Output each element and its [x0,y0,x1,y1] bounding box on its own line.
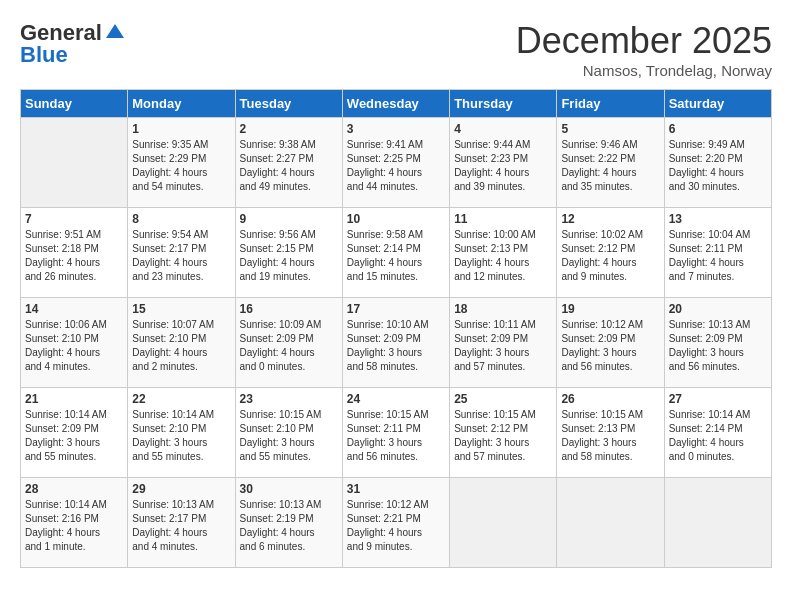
day-info: Sunrise: 10:15 AMSunset: 2:13 PMDaylight… [561,408,659,464]
day-cell: 2Sunrise: 9:38 AMSunset: 2:27 PMDaylight… [235,118,342,208]
day-info: Sunrise: 10:13 AMSunset: 2:17 PMDaylight… [132,498,230,554]
day-number: 5 [561,122,659,136]
day-number: 22 [132,392,230,406]
day-cell: 8Sunrise: 9:54 AMSunset: 2:17 PMDaylight… [128,208,235,298]
day-info: Sunrise: 9:38 AMSunset: 2:27 PMDaylight:… [240,138,338,194]
day-info: Sunrise: 9:41 AMSunset: 2:25 PMDaylight:… [347,138,445,194]
location: Namsos, Trondelag, Norway [516,62,772,79]
day-info: Sunrise: 10:09 AMSunset: 2:09 PMDaylight… [240,318,338,374]
day-number: 6 [669,122,767,136]
day-info: Sunrise: 10:14 AMSunset: 2:10 PMDaylight… [132,408,230,464]
day-info: Sunrise: 10:14 AMSunset: 2:09 PMDaylight… [25,408,123,464]
day-info: Sunrise: 10:15 AMSunset: 2:10 PMDaylight… [240,408,338,464]
week-row-3: 14Sunrise: 10:06 AMSunset: 2:10 PMDaylig… [21,298,772,388]
day-cell: 21Sunrise: 10:14 AMSunset: 2:09 PMDaylig… [21,388,128,478]
day-info: Sunrise: 9:44 AMSunset: 2:23 PMDaylight:… [454,138,552,194]
day-info: Sunrise: 10:02 AMSunset: 2:12 PMDaylight… [561,228,659,284]
week-row-4: 21Sunrise: 10:14 AMSunset: 2:09 PMDaylig… [21,388,772,478]
day-info: Sunrise: 10:15 AMSunset: 2:12 PMDaylight… [454,408,552,464]
calendar-table: Sunday Monday Tuesday Wednesday Thursday… [20,89,772,568]
day-info: Sunrise: 10:13 AMSunset: 2:19 PMDaylight… [240,498,338,554]
day-info: Sunrise: 9:35 AMSunset: 2:29 PMDaylight:… [132,138,230,194]
day-cell: 28Sunrise: 10:14 AMSunset: 2:16 PMDaylig… [21,478,128,568]
header-thursday: Thursday [450,90,557,118]
day-cell: 20Sunrise: 10:13 AMSunset: 2:09 PMDaylig… [664,298,771,388]
day-cell [557,478,664,568]
day-info: Sunrise: 10:00 AMSunset: 2:13 PMDaylight… [454,228,552,284]
day-info: Sunrise: 10:14 AMSunset: 2:14 PMDaylight… [669,408,767,464]
day-number: 4 [454,122,552,136]
day-number: 30 [240,482,338,496]
day-cell [21,118,128,208]
day-cell: 16Sunrise: 10:09 AMSunset: 2:09 PMDaylig… [235,298,342,388]
day-number: 21 [25,392,123,406]
logo: General Blue [20,20,126,68]
day-info: Sunrise: 9:54 AMSunset: 2:17 PMDaylight:… [132,228,230,284]
week-row-1: 1Sunrise: 9:35 AMSunset: 2:29 PMDaylight… [21,118,772,208]
day-info: Sunrise: 9:46 AMSunset: 2:22 PMDaylight:… [561,138,659,194]
day-cell [450,478,557,568]
header-saturday: Saturday [664,90,771,118]
day-cell: 4Sunrise: 9:44 AMSunset: 2:23 PMDaylight… [450,118,557,208]
day-cell: 26Sunrise: 10:15 AMSunset: 2:13 PMDaylig… [557,388,664,478]
day-info: Sunrise: 9:49 AMSunset: 2:20 PMDaylight:… [669,138,767,194]
day-number: 13 [669,212,767,226]
day-number: 3 [347,122,445,136]
day-cell: 30Sunrise: 10:13 AMSunset: 2:19 PMDaylig… [235,478,342,568]
day-number: 15 [132,302,230,316]
day-info: Sunrise: 10:12 AMSunset: 2:21 PMDaylight… [347,498,445,554]
day-cell: 7Sunrise: 9:51 AMSunset: 2:18 PMDaylight… [21,208,128,298]
day-info: Sunrise: 10:06 AMSunset: 2:10 PMDaylight… [25,318,123,374]
logo-icon [104,20,126,42]
day-cell: 31Sunrise: 10:12 AMSunset: 2:21 PMDaylig… [342,478,449,568]
day-cell: 11Sunrise: 10:00 AMSunset: 2:13 PMDaylig… [450,208,557,298]
day-cell: 22Sunrise: 10:14 AMSunset: 2:10 PMDaylig… [128,388,235,478]
svg-marker-0 [106,24,124,38]
day-info: Sunrise: 10:13 AMSunset: 2:09 PMDaylight… [669,318,767,374]
day-cell: 12Sunrise: 10:02 AMSunset: 2:12 PMDaylig… [557,208,664,298]
day-cell: 6Sunrise: 9:49 AMSunset: 2:20 PMDaylight… [664,118,771,208]
day-cell: 13Sunrise: 10:04 AMSunset: 2:11 PMDaylig… [664,208,771,298]
day-number: 2 [240,122,338,136]
day-cell: 9Sunrise: 9:56 AMSunset: 2:15 PMDaylight… [235,208,342,298]
day-info: Sunrise: 10:12 AMSunset: 2:09 PMDaylight… [561,318,659,374]
day-number: 27 [669,392,767,406]
day-number: 28 [25,482,123,496]
day-cell: 23Sunrise: 10:15 AMSunset: 2:10 PMDaylig… [235,388,342,478]
day-number: 8 [132,212,230,226]
day-info: Sunrise: 10:14 AMSunset: 2:16 PMDaylight… [25,498,123,554]
day-number: 12 [561,212,659,226]
day-info: Sunrise: 9:58 AMSunset: 2:14 PMDaylight:… [347,228,445,284]
logo-blue-text: Blue [20,42,68,68]
day-cell: 27Sunrise: 10:14 AMSunset: 2:14 PMDaylig… [664,388,771,478]
day-number: 25 [454,392,552,406]
day-cell: 29Sunrise: 10:13 AMSunset: 2:17 PMDaylig… [128,478,235,568]
day-cell: 24Sunrise: 10:15 AMSunset: 2:11 PMDaylig… [342,388,449,478]
day-cell: 18Sunrise: 10:11 AMSunset: 2:09 PMDaylig… [450,298,557,388]
week-row-2: 7Sunrise: 9:51 AMSunset: 2:18 PMDaylight… [21,208,772,298]
calendar-header-row: Sunday Monday Tuesday Wednesday Thursday… [21,90,772,118]
day-number: 29 [132,482,230,496]
day-info: Sunrise: 10:04 AMSunset: 2:11 PMDaylight… [669,228,767,284]
day-cell: 15Sunrise: 10:07 AMSunset: 2:10 PMDaylig… [128,298,235,388]
day-number: 10 [347,212,445,226]
day-info: Sunrise: 10:10 AMSunset: 2:09 PMDaylight… [347,318,445,374]
day-number: 18 [454,302,552,316]
header-wednesday: Wednesday [342,90,449,118]
day-number: 20 [669,302,767,316]
month-title: December 2025 [516,20,772,62]
day-number: 23 [240,392,338,406]
header-tuesday: Tuesday [235,90,342,118]
day-cell: 14Sunrise: 10:06 AMSunset: 2:10 PMDaylig… [21,298,128,388]
day-cell: 5Sunrise: 9:46 AMSunset: 2:22 PMDaylight… [557,118,664,208]
day-cell: 19Sunrise: 10:12 AMSunset: 2:09 PMDaylig… [557,298,664,388]
day-info: Sunrise: 10:15 AMSunset: 2:11 PMDaylight… [347,408,445,464]
day-number: 11 [454,212,552,226]
day-cell: 1Sunrise: 9:35 AMSunset: 2:29 PMDaylight… [128,118,235,208]
day-number: 7 [25,212,123,226]
header-friday: Friday [557,90,664,118]
day-number: 9 [240,212,338,226]
day-number: 16 [240,302,338,316]
day-number: 17 [347,302,445,316]
header-sunday: Sunday [21,90,128,118]
